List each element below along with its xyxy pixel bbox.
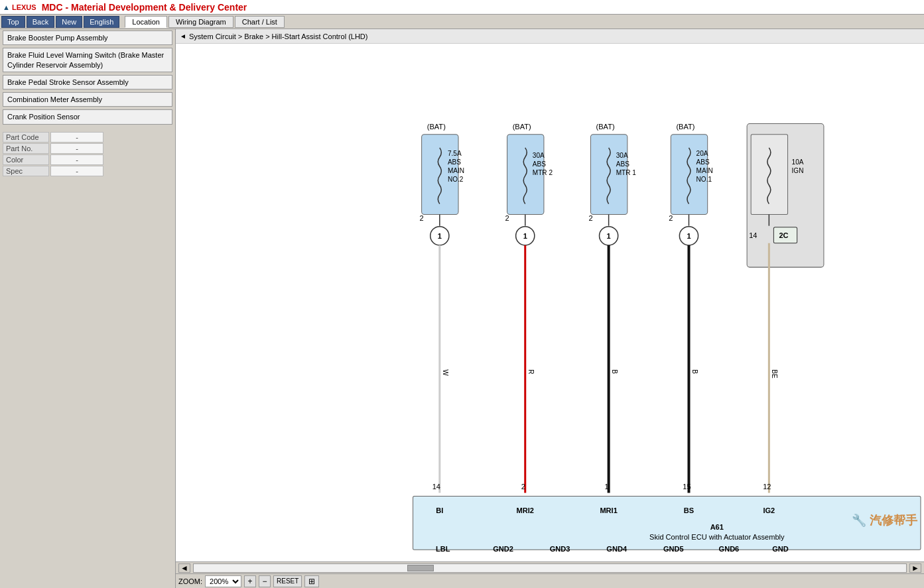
fuse4-pin-num: 1 [687,232,691,240]
wire-r-label: R [527,369,535,374]
fuse2-amp1: 30A [533,152,545,159]
fuse1-pin-num: 1 [438,232,442,240]
sidebar-item-crank-position[interactable]: Crank Position Sensor [3,109,172,124]
fuse4-amp3: MAIN [696,167,713,174]
fuse3-pin-num: 1 [607,232,611,240]
logo: ▲ LEXUS [3,3,36,11]
sidebar-item-combination-meter[interactable]: Combination Meter Assembly [3,92,172,107]
sidebar-item-brake-fluid[interactable]: Brake Fluid Level Warning Switch (Brake … [3,48,172,72]
ecu-box [413,497,921,550]
horizontal-scrollbar[interactable] [193,563,907,573]
fuse1-pin-top: 2 [420,214,424,222]
ecu-terminal-gnd5: GND5 [663,545,684,553]
fuse5-amp1: 10A [792,158,804,166]
header: ▲ LEXUS MDC - Material Development & Del… [0,0,924,15]
location-tab[interactable]: Location [125,16,167,28]
wiring-diagram-tab[interactable]: Wiring Diagram [168,16,233,28]
terminal-num-15: 15 [683,483,691,491]
navbar: Top Back New English Location Wiring Dia… [0,15,924,29]
color-value: - [50,154,103,165]
color-label: Color [3,154,49,165]
app-title: MDC - Material Development & Delivery Ce… [42,2,247,13]
fuse2-pin-top: 2 [505,214,509,222]
chart-list-tab[interactable]: Chart / List [235,16,285,28]
zoom-label: ZOOM: [178,577,202,585]
new-button[interactable]: New [56,16,82,28]
top-button[interactable]: Top [1,16,25,28]
back-button[interactable]: Back [27,16,54,28]
wire-b2-label: B [691,369,698,374]
ecu-name: A61 [710,523,724,531]
zoom-select[interactable]: 200% 50% 75% 100% 150% 300% [205,575,241,587]
ecu-terminal-lbl: LBL [436,545,450,553]
fuse1-amp3: MAIN [448,167,464,174]
sidebar: Brake Booster Pump Assembly Brake Fluid … [0,29,176,588]
terminal-num-2: 2 [521,483,525,491]
fuse1-label: (BAT) [427,123,446,131]
properties-panel: Part Code - Part No. - Color - Spec - [0,129,175,180]
part-code-value: - [50,132,103,143]
ecu-terminal-gnd6: GND6 [719,545,740,553]
wiring-diagram-svg: (BAT) 7.5A ABS MAIN NO.2 2 1 W (BAT) [176,44,924,561]
scroll-right-btn[interactable]: ► [909,563,921,573]
fuse1-amp4: NO.2 [448,176,464,183]
fuse1-amp1: 7.5A [448,150,462,157]
terminal-num-14: 14 [432,483,440,491]
sidebar-item-brake-booster[interactable]: Brake Booster Pump Assembly [3,30,172,45]
fuse4-label: (BAT) [676,123,694,131]
fuse3-amp3: MTR 1 [616,169,637,176]
wiring-diagram-area[interactable]: (BAT) 7.5A ABS MAIN NO.2 2 1 W (BAT) [176,44,924,561]
fuse1-amp2: ABS [448,158,461,166]
wire-be-label: BE [771,369,778,379]
english-button[interactable]: English [84,16,119,28]
wire-w-label: W [442,369,449,376]
logo-text: LEXUS [12,3,36,11]
fuse3-label: (BAT) [596,123,615,131]
bottom-scrollbar[interactable]: ◄ ► [176,561,924,573]
fuse3-amp1: 30A [616,152,628,159]
fuse2-pin-num: 1 [523,232,527,240]
spec-label: Spec [3,166,49,176]
part-code-label: Part Code [3,132,49,143]
ecu-terminal-gnd: GND [772,545,789,553]
ecu-terminal-gnd3: GND3 [550,545,570,553]
zoom-bar: ZOOM: 200% 50% 75% 100% 150% 300% + − RE… [176,573,924,588]
scroll-thumb[interactable] [407,565,434,571]
scroll-left-btn[interactable]: ◄ [178,563,190,573]
breadcrumb: ◄ System Circuit > Brake > Hill-Start As… [176,29,924,44]
ecu-terminal-gnd4: GND4 [606,545,627,553]
spec-row: Spec - [3,166,172,176]
spec-value: - [50,166,103,176]
fuse5-connector-label: 2C [779,231,788,239]
part-code-row: Part Code - [3,132,172,143]
fuse2-amp2: ABS [533,160,546,168]
part-no-value: - [50,143,103,154]
ecu-terminal-gnd2: GND2 [493,545,513,553]
fuse5-amp2: IGN [792,167,804,174]
breadcrumb-text: System Circuit > Brake > Hill-Start Assi… [189,32,368,40]
content-area: ◄ System Circuit > Brake > Hill-Start As… [176,29,924,588]
ecu-terminal-bi: BI [436,506,443,514]
ecu-terminal-bs: BS [684,506,694,514]
zoom-in-button[interactable]: + [244,575,256,587]
color-row: Color - [3,154,172,165]
breadcrumb-arrow: ◄ [180,32,186,40]
part-no-row: Part No. - [3,143,172,154]
fuse2-label: (BAT) [513,123,531,131]
ecu-terminal-mri2: MRI2 [517,506,534,514]
fuse4-amp4: NO.1 [696,176,712,183]
terminal-num-12: 12 [763,483,771,491]
part-no-label: Part No. [3,143,49,154]
zoom-fit-button[interactable]: ⊞ [304,575,319,587]
fuse2-amp3: MTR 2 [533,169,553,176]
terminal-num-1: 1 [605,483,609,491]
zoom-out-button[interactable]: − [259,575,271,587]
main-layout: Brake Booster Pump Assembly Brake Fluid … [0,29,924,588]
sidebar-item-brake-pedal[interactable]: Brake Pedal Stroke Sensor Assembly [3,75,172,89]
wire-b1-label: B [611,369,618,374]
ecu-terminal-ig2: IG2 [763,506,775,514]
zoom-reset-button[interactable]: RESET [273,575,302,587]
fuse4-pin-top: 2 [669,214,673,222]
fuse4-amp1: 20A [696,150,708,157]
fuse3-amp2: ABS [616,160,629,168]
